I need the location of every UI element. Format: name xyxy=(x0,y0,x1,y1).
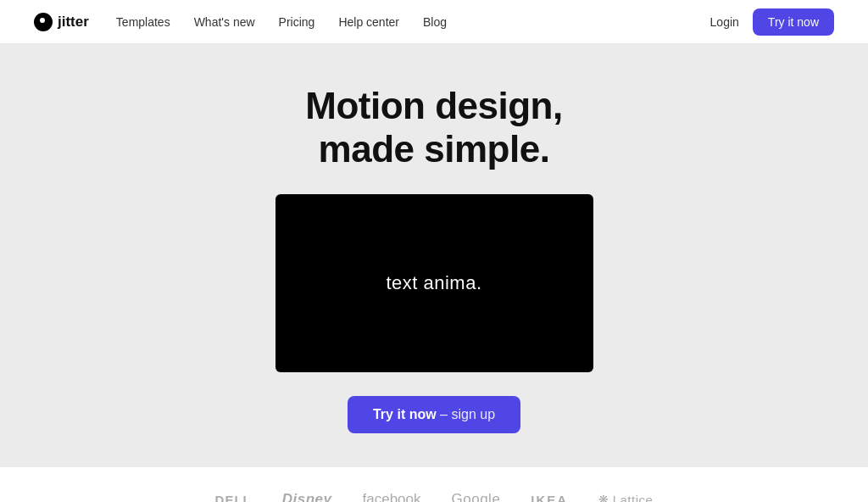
hero-section: Motion design, made simple. text anima. … xyxy=(0,44,868,467)
navbar: jitter Templates What's new Pricing Help… xyxy=(0,0,868,44)
logo-dell: DELL xyxy=(215,493,252,502)
lattice-icon: ❋ xyxy=(598,493,609,502)
nav-blog[interactable]: Blog xyxy=(423,15,447,29)
try-button-nav[interactable]: Try it now xyxy=(753,8,834,36)
nav-pricing[interactable]: Pricing xyxy=(279,15,315,29)
cta-signup-button[interactable]: Try it now – sign up xyxy=(348,396,520,433)
logo-google: Google xyxy=(452,491,501,502)
nav-help-center[interactable]: Help center xyxy=(338,15,399,29)
logo-icon xyxy=(34,13,53,31)
cta-suffix: – sign up xyxy=(440,407,495,421)
logos-section: DELL Disney facebook Google IKEA ❋ Latti… xyxy=(0,467,868,502)
nav-links: Templates What's new Pricing Help center… xyxy=(116,15,710,29)
logos-row-1: DELL Disney facebook Google IKEA ❋ Latti… xyxy=(215,491,654,502)
hero-title-line1: Motion design, xyxy=(305,85,562,126)
nav-templates[interactable]: Templates xyxy=(116,15,170,29)
nav-whats-new[interactable]: What's new xyxy=(194,15,255,29)
nav-actions: Login Try it now xyxy=(710,8,834,36)
logo-link[interactable]: jitter xyxy=(34,13,89,31)
logo-lattice: ❋ Lattice xyxy=(598,493,653,502)
logo-ikea: IKEA xyxy=(531,493,568,502)
hero-video[interactable]: text anima. xyxy=(275,194,593,372)
hero-title-line2: made simple. xyxy=(319,128,550,170)
video-animation-text: text anima. xyxy=(386,272,481,294)
lattice-label: Lattice xyxy=(613,493,654,502)
logo-disney: Disney xyxy=(282,491,332,502)
logo-facebook: facebook xyxy=(363,491,421,502)
login-button[interactable]: Login xyxy=(710,15,739,29)
hero-title: Motion design, made simple. xyxy=(305,85,562,170)
logo-text: jitter xyxy=(58,14,89,31)
cta-label: Try it now xyxy=(373,407,437,421)
